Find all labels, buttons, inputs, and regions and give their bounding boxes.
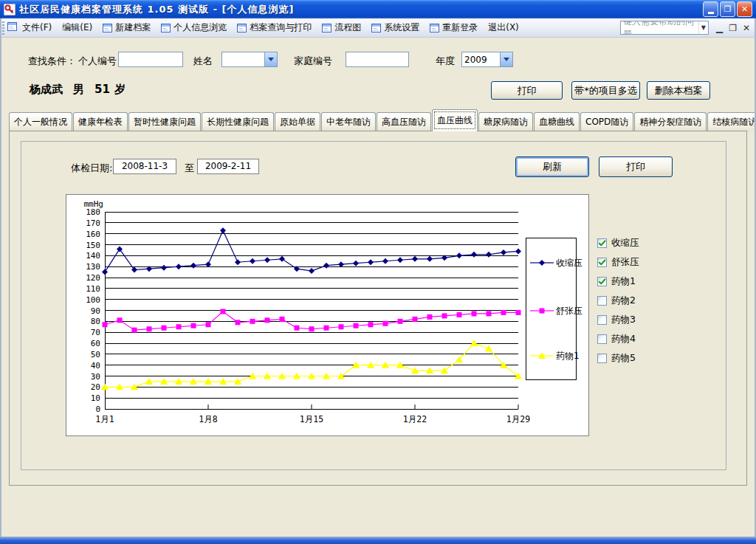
form-icon xyxy=(430,24,439,32)
tab-3[interactable]: 长期性健康问题 xyxy=(202,112,274,131)
svg-text:150: 150 xyxy=(86,241,100,250)
help-search-input[interactable]: 键入需要帮助的问题 ▼ xyxy=(620,21,709,35)
svg-text:50: 50 xyxy=(91,350,100,359)
window-border-bottom xyxy=(0,537,756,544)
date-to-input[interactable]: 2009-2-11 xyxy=(197,159,259,174)
menu-bar: 文件(F)编辑(E)新建档案个人信息浏览档案查询与打印流程图系统设置重新登录退出… xyxy=(0,18,756,38)
exam-date-label: 体检日期: xyxy=(71,162,112,175)
svg-text:160: 160 xyxy=(86,230,100,239)
toolbar-grip[interactable] xyxy=(2,21,4,35)
svg-text:0: 0 xyxy=(95,404,100,414)
help-placeholder: 键入需要帮助的问题 xyxy=(623,21,698,35)
restore-button[interactable]: ❐ xyxy=(720,1,735,17)
svg-text:30: 30 xyxy=(91,372,100,382)
series-checkbox-row: 药物2 xyxy=(597,295,636,307)
checked-checkbox[interactable] xyxy=(597,238,607,248)
refresh-button[interactable]: 刷新 xyxy=(515,156,589,177)
svg-text:80: 80 xyxy=(91,317,100,326)
patient-age: 51 xyxy=(94,83,110,96)
svg-text:20: 20 xyxy=(91,382,100,392)
chevron-down-icon[interactable] xyxy=(264,52,277,66)
svg-text:70: 70 xyxy=(91,328,100,337)
tab-0[interactable]: 个人一般情况 xyxy=(9,112,72,131)
title-bar: 社区居民健康档案管理系统 1.05 测试版 - [个人信息浏览] ❐ ✕ xyxy=(0,0,756,18)
menu-item[interactable]: 重新登录 xyxy=(425,19,483,36)
date-from-input[interactable]: 2008-11-3 xyxy=(113,159,176,174)
svg-text:90: 90 xyxy=(91,306,100,316)
unchecked-checkbox[interactable] xyxy=(597,334,607,344)
mdi-restore-button[interactable]: ❐ xyxy=(729,23,737,33)
delete-record-button[interactable]: 删除本档案 xyxy=(647,81,710,100)
name-combo[interactable] xyxy=(221,52,278,67)
tab-strip: 个人一般情况健康年检表暂时性健康问题长期性健康问题原始单据中老年随访高血压随访血… xyxy=(9,109,747,131)
tab-1[interactable]: 健康年检表 xyxy=(73,112,128,131)
tab-9[interactable]: 血糖曲线 xyxy=(534,112,580,131)
tab-11[interactable]: 精神分裂症随访 xyxy=(634,112,707,131)
blood-pressure-curve-page: 体检日期: 2008-11-3 至 2009-2-11 刷新 打印 010203… xyxy=(9,131,747,486)
family-id-label: 家庭编号 xyxy=(294,55,332,68)
mdi-minimize-button[interactable]: ▁ xyxy=(716,23,723,33)
form-icon xyxy=(7,22,17,31)
tab-5[interactable]: 中老年随访 xyxy=(321,112,376,131)
checked-checkbox[interactable] xyxy=(597,258,607,267)
form-icon xyxy=(103,24,112,32)
series-checkbox-row: 药物4 xyxy=(597,333,636,345)
unchecked-checkbox[interactable] xyxy=(597,296,607,306)
patient-gender: 男 xyxy=(73,83,84,96)
svg-text:1月1: 1月1 xyxy=(95,414,114,424)
print-button[interactable]: 打印 xyxy=(491,81,563,100)
to-label: 至 xyxy=(185,162,194,175)
menu-item[interactable]: 新建档案 xyxy=(97,19,156,36)
menu-item[interactable]: 流程图 xyxy=(317,19,366,36)
svg-text:1月29: 1月29 xyxy=(506,414,530,424)
menu-item[interactable]: 文件(F) xyxy=(17,19,57,36)
unchecked-checkbox[interactable] xyxy=(597,315,607,325)
tab-4[interactable]: 原始单据 xyxy=(275,112,320,131)
menu-item[interactable]: 编辑(E) xyxy=(57,19,97,36)
form-icon xyxy=(371,24,381,32)
app-window: 社区居民健康档案管理系统 1.05 测试版 - [个人信息浏览] ❐ ✕ 文件(… xyxy=(0,0,756,544)
tab-10[interactable]: COPD随访 xyxy=(580,112,633,131)
patient-age-unit: 岁 xyxy=(114,83,126,96)
svg-text:170: 170 xyxy=(86,218,100,228)
multi-select-button[interactable]: 带*的项目多选 xyxy=(571,81,640,100)
series-checkbox-row: 药物1 xyxy=(597,275,636,288)
menu-item[interactable]: 个人信息浏览 xyxy=(156,19,232,36)
series-checkbox-label: 药物3 xyxy=(611,314,636,326)
series-checkbox-row: 收缩压 xyxy=(597,237,639,249)
tab-2[interactable]: 暂时性健康问题 xyxy=(128,112,201,131)
menu-item-label: 重新登录 xyxy=(442,21,478,34)
menu-item[interactable]: 档案查询与打印 xyxy=(232,19,317,36)
svg-text:1月15: 1月15 xyxy=(300,414,323,424)
chevron-down-icon[interactable] xyxy=(500,52,512,66)
minimize-button[interactable] xyxy=(703,1,718,17)
tab-12[interactable]: 结核病随访 xyxy=(707,112,756,131)
menu-item-label: 系统设置 xyxy=(384,21,419,34)
mdi-close-button[interactable]: ✕ xyxy=(743,23,750,33)
personal-id-label: 个人编号 xyxy=(78,55,117,68)
tab-7[interactable]: 血压曲线 xyxy=(432,109,478,131)
chart-svg: 0102030405060708090100110120130140150160… xyxy=(66,195,590,437)
menu-item[interactable]: 系统设置 xyxy=(366,19,425,36)
x-axis: 1月11月81月151月221月29 xyxy=(95,404,530,424)
print-chart-button[interactable]: 打印 xyxy=(599,156,673,177)
series-systolic xyxy=(102,227,521,275)
close-button[interactable]: ✕ xyxy=(737,1,752,17)
svg-text:60: 60 xyxy=(91,339,100,348)
series-checkbox-label: 药物2 xyxy=(611,295,636,307)
svg-text:1月8: 1月8 xyxy=(199,414,217,424)
svg-text:10: 10 xyxy=(91,393,100,403)
patient-name: 杨成武 xyxy=(30,83,63,96)
menu-item-label: 文件(F) xyxy=(22,21,52,34)
chevron-down-icon[interactable]: ▼ xyxy=(698,21,708,34)
personal-id-input[interactable] xyxy=(118,52,183,67)
family-id-input[interactable] xyxy=(346,52,409,67)
svg-text:40: 40 xyxy=(91,361,100,371)
tab-6[interactable]: 高血压随访 xyxy=(377,112,431,131)
tab-8[interactable]: 糖尿病随访 xyxy=(478,112,533,131)
year-combo[interactable]: 2009 xyxy=(461,52,513,67)
menu-item[interactable]: 退出(X) xyxy=(483,19,524,36)
checked-checkbox[interactable] xyxy=(597,277,607,286)
unchecked-checkbox[interactable] xyxy=(597,354,607,363)
svg-text:100: 100 xyxy=(86,295,100,305)
